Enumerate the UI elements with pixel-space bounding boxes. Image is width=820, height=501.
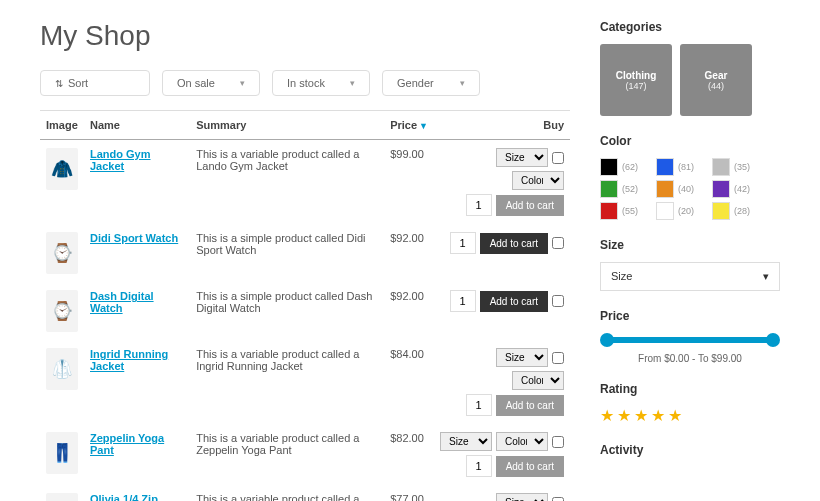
product-table: Image Name Summary Price▼ Buy 🧥 Lando Gy…	[40, 110, 570, 501]
chevron-down-icon: ▾	[240, 78, 245, 88]
compare-checkbox[interactable]	[552, 152, 564, 164]
color-swatch[interactable]	[600, 202, 618, 220]
color-swatch[interactable]	[656, 202, 674, 220]
product-summary: This is a simple product called Dash Dig…	[190, 282, 384, 340]
color-swatch[interactable]	[656, 180, 674, 198]
star-icon[interactable]: ★	[651, 406, 665, 425]
color-filter-item: (20)	[656, 202, 702, 220]
color-filter-item: (35)	[712, 158, 758, 176]
size-select[interactable]: Size	[496, 348, 548, 367]
rating-stars[interactable]: ★ ★ ★ ★ ★	[600, 406, 780, 425]
product-price: $82.00	[384, 424, 434, 485]
chevron-down-icon: ▾	[460, 78, 465, 88]
add-to-cart-button[interactable]: Add to cart	[496, 456, 564, 477]
color-swatch[interactable]	[600, 180, 618, 198]
product-thumbnail[interactable]: ⌚	[46, 290, 78, 332]
add-to-cart-button[interactable]: Add to cart	[496, 395, 564, 416]
product-link[interactable]: Didi Sport Watch	[90, 232, 178, 244]
sort-desc-icon: ▼	[419, 121, 428, 131]
table-row: ⌚ Dash Digital Watch This is a simple pr…	[40, 282, 570, 340]
add-to-cart-button[interactable]: Add to cart	[480, 291, 548, 312]
compare-checkbox[interactable]	[552, 295, 564, 307]
add-to-cart-button[interactable]: Add to cart	[480, 233, 548, 254]
col-name[interactable]: Name	[84, 111, 190, 140]
product-thumbnail[interactable]: 🥼	[46, 348, 78, 390]
color-heading: Color	[600, 134, 780, 148]
color-swatch[interactable]	[712, 180, 730, 198]
compare-checkbox[interactable]	[552, 436, 564, 448]
category-name: Gear	[705, 70, 728, 81]
size-select[interactable]: Size ▾	[600, 262, 780, 291]
filter-bar: Sort On sale ▾ In stock ▾ Gender ▾	[40, 70, 570, 96]
qty-input[interactable]	[450, 290, 476, 312]
rating-heading: Rating	[600, 382, 780, 396]
star-icon[interactable]: ★	[634, 406, 648, 425]
categories-heading: Categories	[600, 20, 780, 34]
product-thumbnail[interactable]: 👖	[46, 432, 78, 474]
product-price: $99.00	[384, 140, 434, 225]
gender-filter[interactable]: Gender ▾	[382, 70, 480, 96]
product-link[interactable]: Dash Digital Watch	[90, 290, 154, 314]
color-swatch[interactable]	[600, 158, 618, 176]
category-card[interactable]: Clothing(147)	[600, 44, 672, 116]
col-summary: Summary	[190, 111, 384, 140]
color-filter-item: (28)	[712, 202, 758, 220]
slider-handle-max[interactable]	[766, 333, 780, 347]
qty-input[interactable]	[450, 232, 476, 254]
color-count: (28)	[734, 206, 750, 216]
product-thumbnail[interactable]: 🧥	[46, 148, 78, 190]
category-card[interactable]: Gear(44)	[680, 44, 752, 116]
compare-checkbox[interactable]	[552, 237, 564, 249]
color-select[interactable]: Color	[496, 432, 548, 451]
qty-input[interactable]	[466, 455, 492, 477]
color-count: (20)	[678, 206, 694, 216]
color-filter-item: (40)	[656, 180, 702, 198]
category-count: (44)	[708, 81, 724, 91]
product-link[interactable]: Zeppelin Yoga Pant	[90, 432, 164, 456]
color-swatch[interactable]	[712, 202, 730, 220]
onsale-filter[interactable]: On sale ▾	[162, 70, 260, 96]
size-select[interactable]: Size	[496, 148, 548, 167]
product-link[interactable]: Lando Gym Jacket	[90, 148, 151, 172]
color-filter-item: (62)	[600, 158, 646, 176]
slider-handle-min[interactable]	[600, 333, 614, 347]
sidebar: Categories Clothing(147)Gear(44) Color (…	[600, 20, 780, 501]
qty-input[interactable]	[466, 394, 492, 416]
color-count: (35)	[734, 162, 750, 172]
product-thumbnail[interactable]: 👕	[46, 493, 78, 501]
color-swatch[interactable]	[712, 158, 730, 176]
color-count: (81)	[678, 162, 694, 172]
table-row: 👖 Zeppelin Yoga Pant This is a variable …	[40, 424, 570, 485]
price-heading: Price	[600, 309, 780, 323]
product-thumbnail[interactable]: ⌚	[46, 232, 78, 274]
instock-filter[interactable]: In stock ▾	[272, 70, 370, 96]
qty-input[interactable]	[466, 194, 492, 216]
star-icon[interactable]: ★	[668, 406, 682, 425]
add-to-cart-button[interactable]: Add to cart	[496, 195, 564, 216]
size-select[interactable]: Size	[440, 432, 492, 451]
size-select[interactable]: Size	[496, 493, 548, 501]
star-icon[interactable]: ★	[617, 406, 631, 425]
product-summary: This is a variable product called a Oliv…	[190, 485, 384, 501]
star-icon[interactable]: ★	[600, 406, 614, 425]
size-heading: Size	[600, 238, 780, 252]
sort-button[interactable]: Sort	[40, 70, 150, 96]
compare-checkbox[interactable]	[552, 352, 564, 364]
category-name: Clothing	[616, 70, 657, 81]
color-swatch[interactable]	[656, 158, 674, 176]
table-row: 🥼 Ingrid Running Jacket This is a variab…	[40, 340, 570, 424]
color-filter-item: (52)	[600, 180, 646, 198]
sort-label: Sort	[68, 77, 88, 89]
color-count: (42)	[734, 184, 750, 194]
color-select[interactable]: Color	[512, 171, 564, 190]
product-link[interactable]: Ingrid Running Jacket	[90, 348, 168, 372]
product-link[interactable]: Olivia 1/4 Zip Light Jacket	[90, 493, 158, 501]
product-price: $84.00	[384, 340, 434, 424]
col-price[interactable]: Price▼	[384, 111, 434, 140]
color-count: (55)	[622, 206, 638, 216]
color-select[interactable]: Color	[512, 371, 564, 390]
price-range-label: From $0.00 - To $99.00	[600, 353, 780, 364]
color-filter-item: (42)	[712, 180, 758, 198]
price-slider[interactable]	[604, 337, 776, 343]
compare-checkbox[interactable]	[552, 497, 564, 502]
